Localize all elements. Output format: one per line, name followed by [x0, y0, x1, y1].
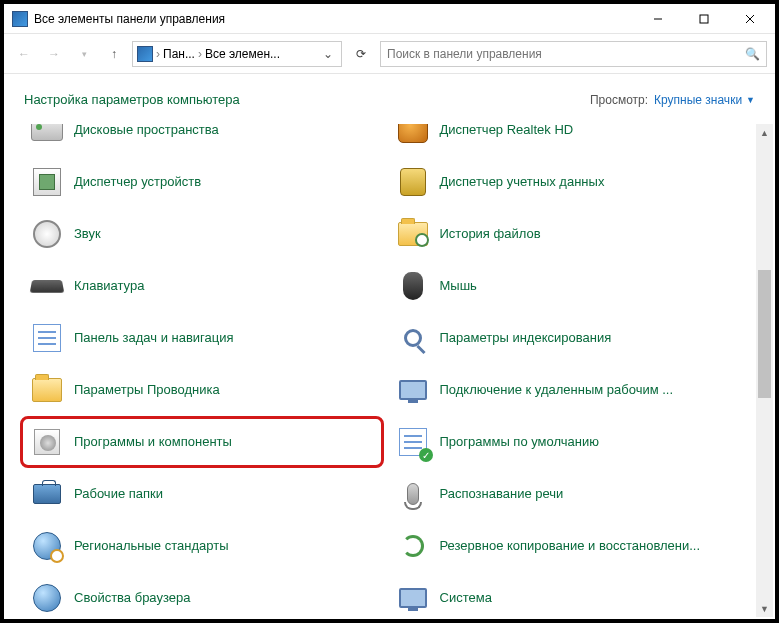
cp-label: Параметры индексирования — [440, 330, 612, 346]
back-button[interactable]: ← — [12, 42, 36, 66]
remote-desktop-icon — [396, 373, 430, 407]
cp-label: Клавиатура — [74, 278, 144, 294]
mouse-icon — [396, 269, 430, 303]
default-programs-icon: ✓ — [396, 425, 430, 459]
search-box[interactable]: 🔍 — [380, 41, 767, 67]
backup-icon — [396, 529, 430, 563]
cp-label: Свойства браузера — [74, 590, 190, 606]
system-icon — [396, 581, 430, 615]
cp-item-programs-features[interactable]: Программы и компоненты — [24, 418, 380, 466]
vault-icon — [396, 165, 430, 199]
forward-button[interactable]: → — [42, 42, 66, 66]
folder-options-icon — [30, 373, 64, 407]
search-input[interactable] — [387, 47, 745, 61]
cp-item-sound[interactable]: Звук — [24, 210, 380, 258]
breadcrumb-seg-2[interactable]: Все элемен... — [205, 47, 280, 61]
cp-label: История файлов — [440, 226, 541, 242]
scroll-track[interactable] — [756, 141, 773, 600]
search-icon[interactable]: 🔍 — [745, 47, 760, 61]
taskbar-icon — [30, 321, 64, 355]
disk-icon — [30, 124, 64, 147]
cp-label: Рабочие папки — [74, 486, 163, 502]
cp-label: Мышь — [440, 278, 477, 294]
cp-label: Резервное копирование и восстановлени... — [440, 538, 701, 554]
svg-rect-1 — [700, 15, 708, 23]
cp-item-explorer-options[interactable]: Параметры Проводника — [24, 366, 380, 414]
file-history-icon — [396, 217, 430, 251]
internet-options-icon — [30, 581, 64, 615]
cp-label: Диспетчер учетных данных — [440, 174, 605, 190]
speaker-icon — [30, 217, 64, 251]
items-grid: Дисковые пространства Диспетчер Realtek … — [24, 124, 745, 619]
view-label: Просмотр: — [590, 93, 648, 107]
cp-item-regional-settings[interactable]: Региональные стандарты — [24, 522, 380, 570]
maximize-button[interactable] — [681, 4, 727, 34]
cp-item-work-folders[interactable]: Рабочие папки — [24, 470, 380, 518]
keyboard-icon — [30, 269, 64, 303]
chevron-right-icon[interactable]: › — [197, 47, 203, 61]
breadcrumb-dropdown[interactable]: ⌄ — [319, 47, 337, 61]
window-controls — [635, 4, 773, 34]
cp-label: Параметры Проводника — [74, 382, 220, 398]
view-mode-value: Крупные значки — [654, 93, 742, 107]
cp-label: Дисковые пространства — [74, 124, 219, 138]
cp-label: Диспетчер устройств — [74, 174, 201, 190]
view-mode-dropdown[interactable]: Крупные значки ▼ — [654, 93, 755, 107]
control-panel-icon — [12, 11, 28, 27]
scroll-thumb[interactable] — [758, 270, 771, 399]
refresh-button[interactable]: ⟳ — [348, 41, 374, 67]
close-button[interactable] — [727, 4, 773, 34]
microphone-icon — [396, 477, 430, 511]
recent-dropdown[interactable]: ▾ — [72, 42, 96, 66]
cp-label: Система — [440, 590, 492, 606]
breadcrumb-icon — [137, 46, 153, 62]
cp-item-mouse[interactable]: Мышь — [390, 262, 746, 310]
scroll-down-button[interactable]: ▼ — [756, 600, 773, 617]
cp-item-file-history[interactable]: История файлов — [390, 210, 746, 258]
content: Настройка параметров компьютера Просмотр… — [4, 74, 775, 619]
cp-item-internet-options[interactable]: Свойства браузера — [24, 574, 380, 619]
content-header: Настройка параметров компьютера Просмотр… — [4, 74, 775, 115]
cp-label: Программы и компоненты — [74, 434, 232, 450]
programs-icon — [30, 425, 64, 459]
device-manager-icon — [30, 165, 64, 199]
cp-item-default-programs[interactable]: ✓ Программы по умолчанию — [390, 418, 746, 466]
cp-item-credential-manager[interactable]: Диспетчер учетных данных — [390, 158, 746, 206]
region-icon — [30, 529, 64, 563]
cp-item-taskbar-navigation[interactable]: Панель задач и навигация — [24, 314, 380, 362]
chevron-right-icon[interactable]: › — [155, 47, 161, 61]
vertical-scrollbar[interactable]: ▲ ▼ — [756, 124, 773, 617]
titlebar: Все элементы панели управления — [4, 4, 775, 34]
up-button[interactable]: ↑ — [102, 42, 126, 66]
chevron-down-icon: ▼ — [746, 95, 755, 105]
work-folders-icon — [30, 477, 64, 511]
cp-item-indexing-options[interactable]: Параметры индексирования — [390, 314, 746, 362]
breadcrumb-seg-1[interactable]: Пан... — [163, 47, 195, 61]
cp-label: Панель задач и навигация — [74, 330, 234, 346]
cp-item-remote-desktop[interactable]: Подключение к удаленным рабочим ... — [390, 366, 746, 414]
cp-item-realtek-hd[interactable]: Диспетчер Realtek HD — [390, 124, 746, 154]
cp-label: Региональные стандарты — [74, 538, 228, 554]
cp-label: Звук — [74, 226, 101, 242]
minimize-button[interactable] — [635, 4, 681, 34]
breadcrumb[interactable]: › Пан... › Все элемен... ⌄ — [132, 41, 342, 67]
page-title: Настройка параметров компьютера — [24, 92, 590, 107]
cp-item-device-manager[interactable]: Диспетчер устройств — [24, 158, 380, 206]
cp-label: Распознавание речи — [440, 486, 564, 502]
cp-item-system[interactable]: Система — [390, 574, 746, 619]
items-area: Дисковые пространства Диспетчер Realtek … — [4, 124, 753, 619]
cp-label: Диспетчер Realtek HD — [440, 124, 574, 138]
cp-item-backup-restore[interactable]: Резервное копирование и восстановлени... — [390, 522, 746, 570]
indexing-icon — [396, 321, 430, 355]
realtek-icon — [396, 124, 430, 147]
cp-item-keyboard[interactable]: Клавиатура — [24, 262, 380, 310]
cp-label: Программы по умолчанию — [440, 434, 599, 450]
scroll-up-button[interactable]: ▲ — [756, 124, 773, 141]
navbar: ← → ▾ ↑ › Пан... › Все элемен... ⌄ ⟳ 🔍 — [4, 34, 775, 74]
cp-item-speech-recognition[interactable]: Распознавание речи — [390, 470, 746, 518]
window-title: Все элементы панели управления — [34, 12, 635, 26]
cp-item-storage-spaces[interactable]: Дисковые пространства — [24, 124, 380, 154]
cp-label: Подключение к удаленным рабочим ... — [440, 382, 674, 398]
